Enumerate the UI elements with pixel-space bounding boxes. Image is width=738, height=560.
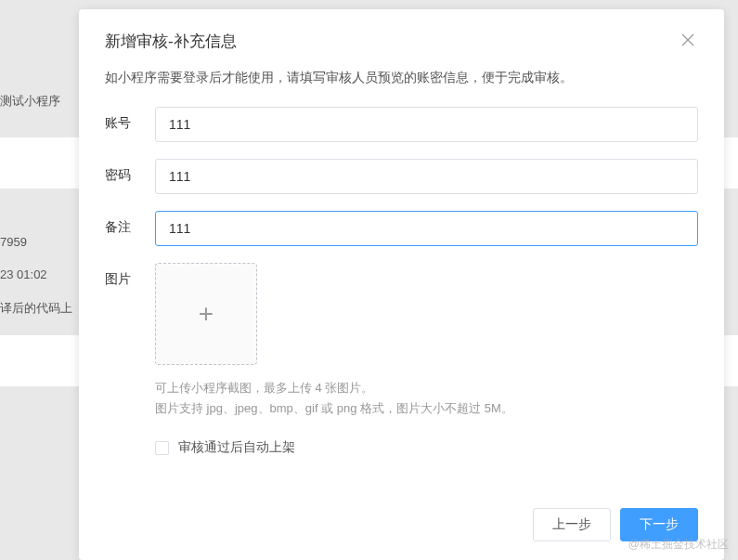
plus-icon: + (199, 299, 214, 329)
watermark: @稀土掘金技术社区 (628, 537, 729, 553)
close-icon[interactable] (678, 30, 698, 53)
modal-header: 新增审核-补充信息 (79, 9, 724, 70)
upload-hint-line: 图片支持 jpg、jpeg、bmp、gif 或 png 格式，图片大小不超过 5… (155, 398, 698, 419)
account-input[interactable] (155, 107, 698, 142)
form-row-account: 账号 (105, 107, 698, 142)
upload-hint-line: 可上传小程序截图，最多上传 4 张图片。 (155, 378, 698, 398)
upload-hint: 可上传小程序截图，最多上传 4 张图片。 图片支持 jpg、jpeg、bmp、g… (155, 378, 698, 419)
modal-title: 新增审核-补充信息 (105, 31, 237, 52)
upload-section: + 可上传小程序截图，最多上传 4 张图片。 图片支持 jpg、jpeg、bmp… (155, 263, 698, 456)
upload-button[interactable]: + (155, 263, 257, 365)
image-label: 图片 (105, 263, 155, 288)
instruction-text: 如小程序需要登录后才能使用，请填写审核人员预览的账密信息，便于完成审核。 (105, 70, 698, 86)
account-label: 账号 (105, 107, 155, 132)
modal-dialog: 新增审核-补充信息 如小程序需要登录后才能使用，请填写审核人员预览的账密信息，便… (79, 9, 724, 560)
password-label: 密码 (105, 159, 155, 184)
checkbox-row: 审核通过后自动上架 (155, 439, 698, 456)
checkbox-label: 审核通过后自动上架 (178, 439, 295, 456)
remark-input[interactable] (155, 211, 698, 246)
form-row-password: 密码 (105, 159, 698, 194)
remark-label: 备注 (105, 211, 155, 236)
modal-body: 如小程序需要登录后才能使用，请填写审核人员预览的账密信息，便于完成审核。 账号 … (79, 70, 724, 491)
form-row-image: 图片 + 可上传小程序截图，最多上传 4 张图片。 图片支持 jpg、jpeg、… (105, 263, 698, 456)
form-row-remark: 备注 (105, 211, 698, 246)
modal-footer: 上一步 下一步 (79, 491, 724, 560)
prev-button[interactable]: 上一步 (533, 508, 611, 541)
auto-publish-checkbox[interactable] (155, 441, 169, 455)
password-input[interactable] (155, 159, 698, 194)
